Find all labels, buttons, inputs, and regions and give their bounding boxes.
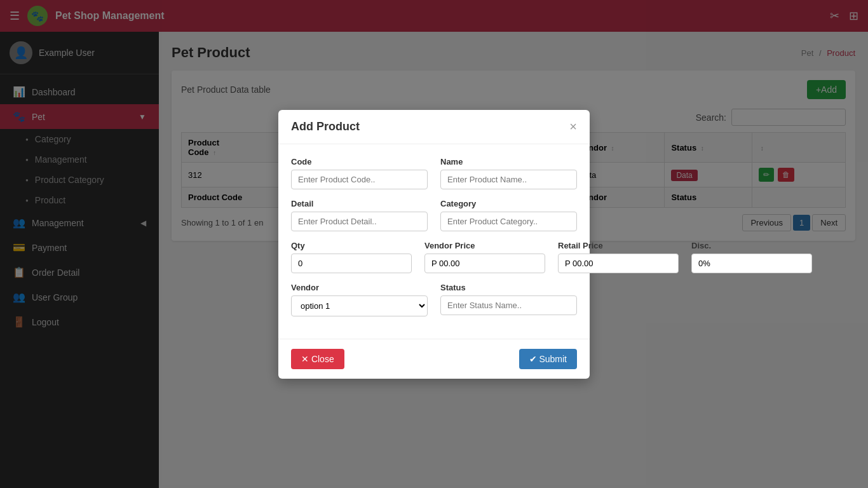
close-modal-button[interactable]: ✕ Close	[291, 349, 344, 369]
name-input[interactable]	[440, 170, 577, 189]
submit-button[interactable]: ✔ Submit	[519, 349, 577, 369]
vendor-price-input[interactable]	[424, 254, 545, 273]
form-row-1: Code Name	[291, 157, 577, 189]
form-row-4: Vendor option 1 option 2 option 3 Status	[291, 283, 577, 316]
form-group-status: Status	[440, 283, 577, 316]
form-group-retail-price: Retail Price	[558, 241, 679, 273]
vendor-price-label: Vendor Price	[424, 241, 545, 250]
form-group-code: Code	[291, 157, 428, 189]
form-group-vendor-price: Vendor Price	[424, 241, 545, 273]
detail-input[interactable]	[291, 212, 428, 231]
vendor-label: Vendor	[291, 283, 428, 292]
disc-label: Disc.	[691, 241, 812, 250]
form-group-name: Name	[440, 157, 577, 189]
qty-label: Qty	[291, 241, 412, 250]
form-group-detail: Detail	[291, 199, 428, 231]
code-label: Code	[291, 157, 428, 166]
retail-price-label: Retail Price	[558, 241, 679, 250]
disc-input[interactable]	[691, 254, 812, 273]
name-label: Name	[440, 157, 577, 166]
form-row-2: Detail Category	[291, 199, 577, 231]
form-row-3: Qty Vendor Price Retail Price Disc.	[291, 241, 577, 273]
retail-price-input[interactable]	[558, 254, 679, 273]
detail-label: Detail	[291, 199, 428, 208]
status-label: Status	[440, 283, 577, 292]
modal-title: Add Product	[291, 120, 360, 133]
modal-close-button[interactable]: ×	[569, 119, 577, 134]
form-group-vendor: Vendor option 1 option 2 option 3	[291, 283, 428, 316]
code-input[interactable]	[291, 170, 428, 189]
add-product-modal: Add Product × Code Name Detail	[278, 110, 590, 379]
modal-header: Add Product ×	[278, 110, 590, 144]
qty-input[interactable]	[291, 254, 412, 273]
modal-body: Code Name Detail Category	[278, 144, 590, 339]
form-group-category: Category	[440, 199, 577, 231]
category-input[interactable]	[440, 212, 577, 231]
form-group-disc: Disc.	[691, 241, 812, 273]
form-group-qty: Qty	[291, 241, 412, 273]
category-label: Category	[440, 199, 577, 208]
modal-footer: ✕ Close ✔ Submit	[278, 339, 590, 379]
status-input[interactable]	[440, 295, 577, 315]
vendor-select[interactable]: option 1 option 2 option 3	[291, 295, 428, 316]
modal-overlay[interactable]: Add Product × Code Name Detail	[0, 0, 868, 488]
